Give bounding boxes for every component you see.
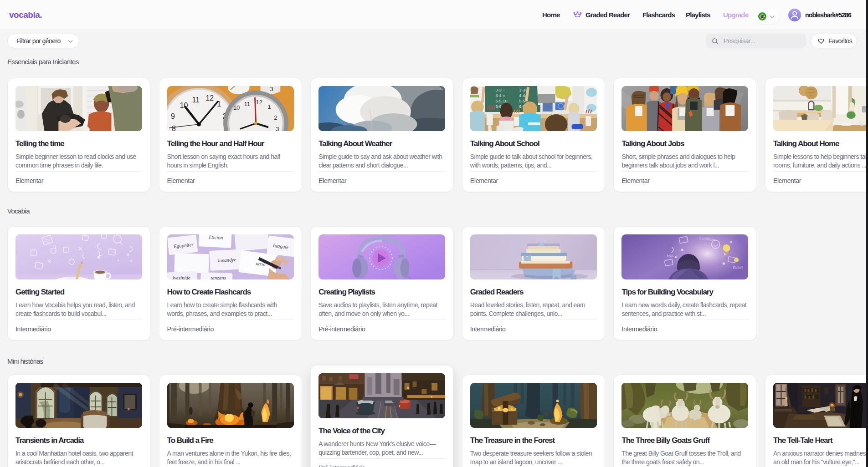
- svg-text:3·3=: 3·3=: [519, 88, 527, 92]
- svg-text:3·3 =: 3·3 =: [495, 88, 505, 92]
- svg-text:lunandye: lunandye: [218, 257, 236, 263]
- svg-text:5·5·10: 5·5·10: [495, 99, 507, 103]
- svg-text:8: 8: [172, 125, 176, 131]
- svg-text:Lticion: Lticion: [208, 234, 223, 240]
- svg-text:4·4 =: 4·4 =: [495, 93, 505, 98]
- svg-text:1: 1: [267, 103, 271, 110]
- svg-text:9: 9: [171, 112, 175, 120]
- svg-text:11: 11: [244, 101, 250, 107]
- svg-text:ivesinide: ivesinide: [173, 275, 190, 279]
- svg-text:12: 12: [256, 99, 262, 106]
- svg-text:11: 11: [192, 96, 200, 104]
- svg-text:Euinil: Euinil: [733, 265, 743, 270]
- svg-text:3: 3: [276, 126, 279, 131]
- svg-text:2: 2: [274, 114, 277, 121]
- svg-text:12: 12: [205, 94, 214, 102]
- svg-text:3: 3: [270, 86, 273, 92]
- svg-text:10: 10: [233, 104, 240, 111]
- svg-text:tanzans: tanzans: [211, 275, 226, 279]
- svg-text:b(ks: b(ks: [667, 254, 674, 258]
